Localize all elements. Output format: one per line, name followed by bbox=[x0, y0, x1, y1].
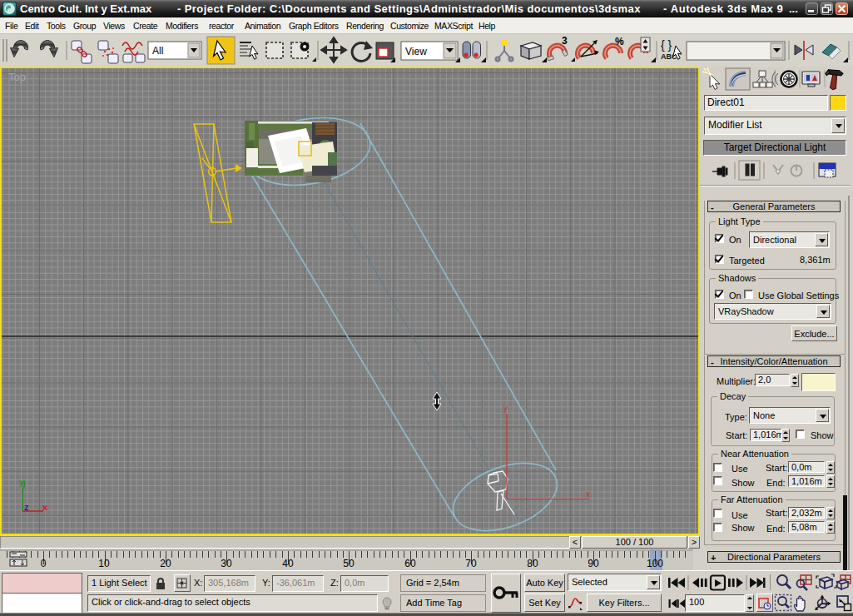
svg-text:70: 70 bbox=[465, 558, 477, 569]
svg-text:30: 30 bbox=[221, 558, 232, 569]
svg-text:90: 90 bbox=[588, 558, 599, 569]
svg-text:80: 80 bbox=[527, 558, 538, 569]
svg-text:20: 20 bbox=[160, 558, 171, 569]
svg-text:40: 40 bbox=[282, 558, 294, 569]
svg-text:50: 50 bbox=[343, 558, 355, 569]
svg-text:10: 10 bbox=[98, 558, 110, 569]
svg-text:z: z bbox=[24, 502, 29, 512]
svg-text:All: All bbox=[152, 45, 163, 57]
svg-text:3: 3 bbox=[562, 35, 568, 47]
svg-text:y: y bbox=[19, 477, 25, 487]
svg-text:0: 0 bbox=[41, 558, 47, 569]
svg-text:y: y bbox=[503, 404, 508, 413]
svg-text:View: View bbox=[405, 46, 427, 57]
svg-text:{ }: { } bbox=[661, 38, 672, 52]
svg-text:%: % bbox=[615, 36, 624, 47]
svg-text:x: x bbox=[42, 502, 48, 512]
svg-text:100: 100 bbox=[647, 558, 663, 569]
svg-text:60: 60 bbox=[404, 558, 416, 569]
svg-text:x: x bbox=[586, 489, 590, 499]
